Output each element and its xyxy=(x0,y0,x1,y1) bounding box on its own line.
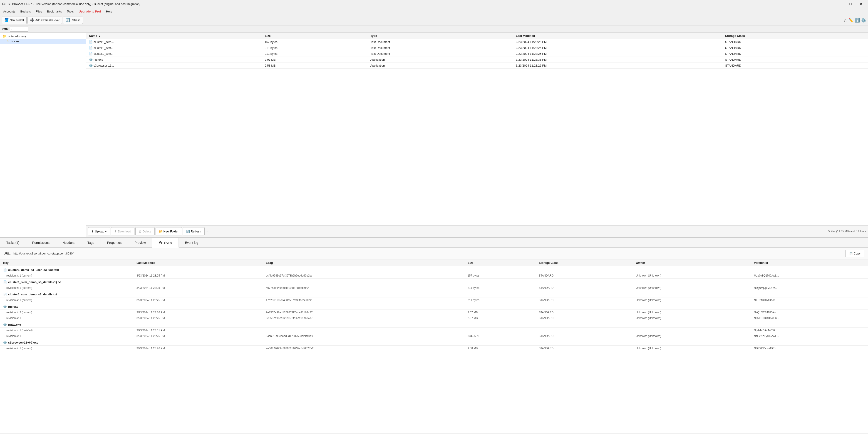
new-folder-button[interactable]: 📂 New Folder xyxy=(156,227,182,235)
revision-label-cell: revision #: 1 (current) xyxy=(0,285,133,291)
tab-headers[interactable]: Headers xyxy=(56,238,81,248)
revision-version-id-cell: NjMzMDAwMC52... xyxy=(751,328,868,333)
minimize-button[interactable]: − xyxy=(835,0,845,8)
file-row[interactable]: 📄cluster1_svm... 211 bytes Text Document… xyxy=(86,51,868,57)
file-row[interactable]: ⚙️s3browser-11... 9.58 MB Application 3/… xyxy=(86,63,868,68)
version-key-row[interactable]: 📄cluster1_svm_demo_s3_details.txt xyxy=(0,291,868,297)
download-button[interactable]: ⬇ Download xyxy=(111,227,134,235)
revision-storage-cell: STANDARD xyxy=(535,310,633,315)
menu-bar: Accounts Buckets Files Bookmarks Tools U… xyxy=(0,8,868,15)
tab-tags[interactable]: Tags xyxy=(81,238,101,248)
menu-help[interactable]: Help xyxy=(104,9,115,14)
revision-modified-cell: 3/23/2024 11:23:25 PM xyxy=(133,315,263,321)
vcol-etag[interactable]: ETag xyxy=(263,260,464,266)
info-icon[interactable]: ℹ️ xyxy=(855,18,860,23)
col-size[interactable]: Size xyxy=(262,33,368,39)
version-key-cell: ⚙️putty.exe xyxy=(0,321,868,328)
menu-bookmarks[interactable]: Bookmarks xyxy=(45,9,64,14)
vcol-last-modified[interactable]: Last Modified xyxy=(133,260,263,266)
menu-files[interactable]: Files xyxy=(34,9,44,14)
path-input[interactable] xyxy=(10,27,28,32)
file-row[interactable]: 📄cluster1_dem... 157 bytes Text Document… xyxy=(86,39,868,45)
file-type-cell: Application xyxy=(368,63,513,68)
upload-button[interactable]: ⬆ Upload ▾ xyxy=(88,227,110,235)
copy-icon: 📋 xyxy=(849,252,853,255)
revision-label-cell: revision #: 1 xyxy=(0,333,133,339)
revision-size-cell: 9.58 MB xyxy=(464,346,535,351)
revision-storage-cell: STANDARD xyxy=(535,297,633,303)
tab-properties[interactable]: Properties xyxy=(101,238,128,248)
vcol-size[interactable]: Size xyxy=(464,260,535,266)
delete-button[interactable]: 🗑 Delete xyxy=(135,227,155,235)
version-key-row[interactable]: ⚙️putty.exe xyxy=(0,321,868,328)
revision-version-id-cell: NDg0MjQ1MDAw... xyxy=(751,285,868,291)
edit-icon[interactable]: ✏️ xyxy=(848,18,854,23)
vcol-version-id[interactable]: Version Id xyxy=(751,260,868,266)
col-type[interactable]: Type xyxy=(368,33,513,39)
vcol-storage-class[interactable]: Storage Class xyxy=(535,260,633,266)
app-file-icon: ⚙️ xyxy=(89,64,93,67)
new-folder-icon: 📂 xyxy=(159,230,163,233)
file-name-cell: 📄cluster1_svm... xyxy=(86,51,262,57)
file-row[interactable]: ⚙️hfs.exe 2.07 MB Application 3/23/2024 … xyxy=(86,57,868,63)
filter-icon[interactable]: ⚙️ xyxy=(861,18,866,23)
file-modified-cell: 3/23/2024 11:23:26 PM xyxy=(513,63,722,68)
revision-storage-cell: STANDARD xyxy=(535,346,633,351)
menu-buckets[interactable]: Buckets xyxy=(18,9,33,14)
tree-item-bucket[interactable]: 🗂 bucket xyxy=(0,39,86,44)
tab-tasks[interactable]: Tasks (1) xyxy=(0,238,26,248)
revision-size-cell: 157 bytes xyxy=(464,273,535,279)
revision-storage-cell: STANDARD xyxy=(535,273,633,279)
copy-url-button[interactable]: 📋 Copy xyxy=(845,250,864,257)
col-name[interactable]: Name ▲ xyxy=(86,33,262,39)
new-bucket-button[interactable]: 🪣 New bucket xyxy=(2,17,27,24)
file-type-cell: Application xyxy=(368,57,513,63)
file-storage-cell: STANDARD xyxy=(722,63,868,68)
version-revision-row[interactable]: revision #: 1 3/23/2024 11:23:25 PM 54cb… xyxy=(0,333,868,339)
revision-version-id-cell: NTU2NzI0MDAwL... xyxy=(751,297,868,303)
revision-label-cell: revision #: 2 (deleted) xyxy=(0,328,133,333)
version-revision-row[interactable]: revision #: 2 (current) 3/23/2024 11:23:… xyxy=(0,310,868,315)
version-key-row[interactable]: 📄cluster1_svm_demo_s3_details (1).txt xyxy=(0,279,868,285)
tab-permissions[interactable]: Permissions xyxy=(26,238,56,248)
revision-modified-cell: 3/23/2024 11:23:31 PM xyxy=(133,328,263,333)
revision-etag-cell: 9e8557e98ed1269372ff0ace91d63477 xyxy=(263,310,464,315)
version-revision-row[interactable]: revision #: 1 3/23/2024 11:23:25 PM 9e85… xyxy=(0,315,868,321)
version-key-row[interactable]: ⚙️hfs.exe xyxy=(0,303,868,310)
version-key-row[interactable]: 📄cluster1_demo_s3_user_s3_user.txt xyxy=(0,266,868,273)
refresh-files-button[interactable]: 🔄 Refresh xyxy=(183,227,205,235)
revision-size-cell: 211 bytes xyxy=(464,285,535,291)
file-storage-cell: STANDARD xyxy=(722,45,868,51)
version-key-row[interactable]: ⚙️s3browser-11-6-7.exe xyxy=(0,339,868,346)
star-icon[interactable]: ☆ xyxy=(843,18,847,23)
menu-upgrade[interactable]: Upgrade to Pro! xyxy=(76,9,103,14)
tab-eventlog[interactable]: Event log xyxy=(179,238,205,248)
version-revision-row[interactable]: revision #: 1 (current) 3/23/2024 11:23:… xyxy=(0,346,868,351)
version-revision-row[interactable]: revision #: 1 (current) 3/23/2024 11:23:… xyxy=(0,285,868,291)
tab-versions[interactable]: Versions xyxy=(152,238,179,248)
vcol-owner[interactable]: Owner xyxy=(633,260,751,266)
restore-button[interactable]: ❐ xyxy=(845,0,856,8)
file-row[interactable]: 📄cluster1_svm... 211 bytes Text Document… xyxy=(86,45,868,51)
tab-preview[interactable]: Preview xyxy=(128,238,152,248)
menu-tools[interactable]: Tools xyxy=(64,9,76,14)
revision-owner-cell: Unknown (Unknown) xyxy=(633,315,751,321)
menu-accounts[interactable]: Accounts xyxy=(1,9,18,14)
close-button[interactable]: ✕ xyxy=(856,0,866,8)
refresh-buckets-button[interactable]: 🔄 Refresh xyxy=(63,17,83,24)
col-last-modified[interactable]: Last Modified xyxy=(513,33,722,39)
file-type-cell: Text Document xyxy=(368,39,513,45)
version-revision-row[interactable]: revision #: 2 (deleted) 3/23/2024 11:23:… xyxy=(0,328,868,333)
col-storage-class[interactable]: Storage Class xyxy=(722,33,868,39)
version-revision-row[interactable]: revision #: 1 (current) 3/23/2024 11:23:… xyxy=(0,273,868,279)
file-name-cell: 📄cluster1_dem... xyxy=(86,39,262,45)
vcol-key[interactable]: Key xyxy=(0,260,133,266)
revision-modified-cell: 3/23/2024 11:23:25 PM xyxy=(133,285,263,291)
version-key-cell: 📄cluster1_svm_demo_s3_details.txt xyxy=(0,291,868,297)
version-revision-row[interactable]: revision #: 1 (current) 3/23/2024 11:23:… xyxy=(0,297,868,303)
tree-item-ontap-dummy[interactable]: 📁 ontap-dummy xyxy=(0,34,86,39)
doc-version-icon: 📄 xyxy=(3,280,7,284)
app-version-icon: ⚙️ xyxy=(3,341,7,344)
file-size-cell: 157 bytes xyxy=(262,39,368,45)
add-external-bucket-button[interactable]: ➕ Add external bucket xyxy=(28,17,62,24)
